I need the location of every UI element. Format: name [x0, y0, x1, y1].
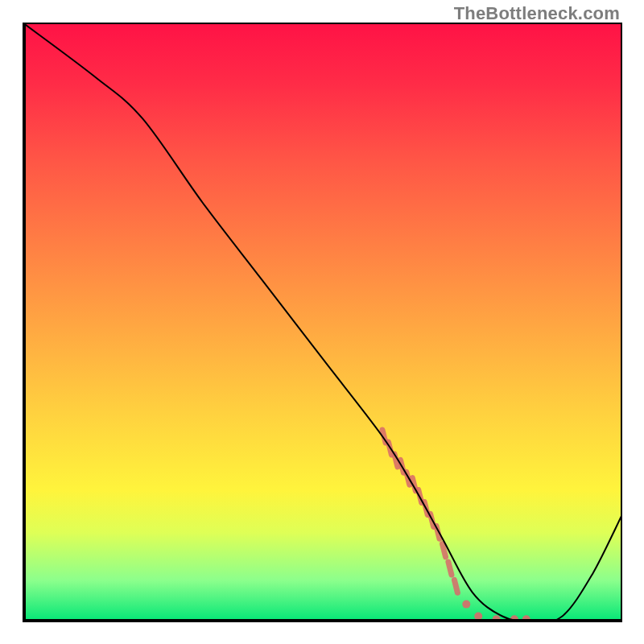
highlight-dot	[474, 613, 482, 621]
chart-container: TheBottleneck.com	[0, 0, 644, 644]
highlight-tick	[443, 544, 446, 557]
plot-area	[23, 23, 622, 622]
chart-svg	[23, 23, 622, 622]
highlight-tick	[454, 580, 457, 592]
watermark-text: TheBottleneck.com	[454, 3, 620, 24]
scatter-points	[382, 430, 530, 622]
highlight-tick	[448, 562, 452, 575]
highlight-dot	[462, 601, 470, 609]
highlight-dot	[493, 615, 501, 622]
bottleneck-curve	[23, 23, 622, 622]
